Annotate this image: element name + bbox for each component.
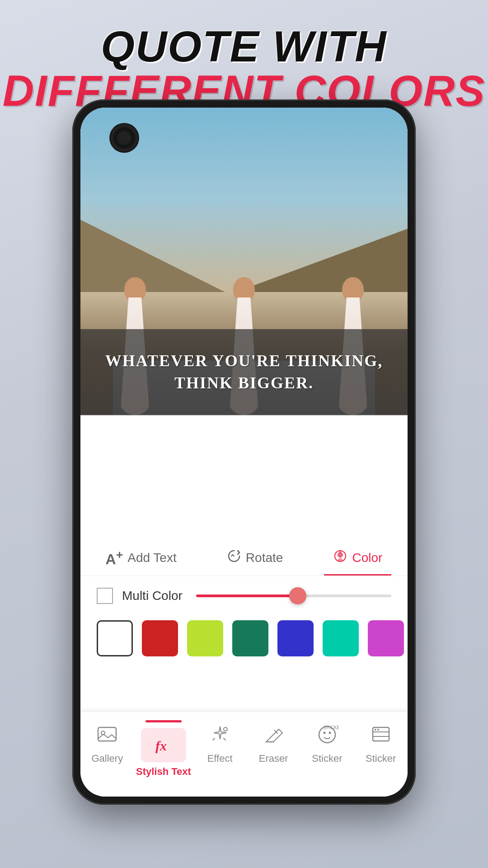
slider-thumb [289,587,306,604]
color-swatch-blue[interactable] [277,620,314,656]
sticker2-icon [366,720,395,749]
color-swatch-teal[interactable] [232,620,268,656]
color-icon [333,549,347,566]
nav-item-effect[interactable]: Effect [195,720,245,764]
nav-item-stylish-text[interactable]: fx Stylish Text [136,720,191,778]
tab-add-text[interactable]: A+ Add Text [97,540,186,576]
nav-item-sticker2[interactable]: Sticker [356,720,406,764]
tab-row: A+ Add Text Rotate [80,540,408,576]
phone-screen: WHATEVER YOU'RE THINKING, THINK BIGGER. … [80,108,408,797]
stylish-text-label: Stylish Text [136,766,191,778]
add-text-icon: A+ [106,548,123,568]
svg-point-4 [224,727,227,731]
eraser-label: Eraser [259,753,288,764]
svg-point-11 [377,729,379,731]
stylish-text-icon: fx [149,731,178,760]
active-indicator [145,720,182,722]
eraser-icon [259,720,288,749]
tab-rotate[interactable]: Rotate [218,540,292,576]
camera-hole [111,125,137,151]
color-swatches [80,616,408,665]
gallery-icon [93,720,122,749]
rotate-icon [227,549,241,566]
svg-point-10 [375,729,376,731]
color-slider[interactable] [196,594,391,597]
header-line1: QUOTE WITH [0,25,488,68]
tab-color[interactable]: Color [324,540,391,576]
stylish-text-icon-bg: fx [141,728,186,762]
tab-rotate-label: Rotate [246,551,283,565]
tab-add-text-label: Add Text [127,551,176,565]
multi-color-row: Multi Color [80,576,408,616]
multi-color-label: Multi Color [122,589,183,603]
photo-background: WHATEVER YOU'RE THINKING, THINK BIGGER. [80,108,408,415]
quote-text: WHATEVER YOU'RE THINKING, THINK BIGGER. [105,350,383,394]
svg-point-7 [328,732,331,734]
effect-label: Effect [207,753,233,764]
toolbar-area: A+ Add Text Rotate [80,540,408,712]
color-swatch-lime[interactable] [187,620,223,656]
divider [80,415,408,416]
nav-item-sticker1[interactable]: STICKER Sticker [302,720,352,764]
svg-text:fx: fx [155,738,167,753]
nav-item-gallery[interactable]: Gallery [82,720,132,764]
phone-frame: WHATEVER YOU'RE THINKING, THINK BIGGER. … [72,99,416,805]
svg-rect-1 [98,727,116,741]
svg-point-6 [323,732,325,734]
color-swatch-magenta[interactable] [368,620,404,656]
sticker1-icon: STICKER [313,720,342,749]
quote-overlay: WHATEVER YOU'RE THINKING, THINK BIGGER. [80,329,408,415]
bottom-nav: Gallery fx Stylish Text [80,712,408,797]
color-swatch-white[interactable] [97,620,133,656]
color-swatch-cyan[interactable] [323,620,359,656]
effect-icon [206,720,235,749]
sticker2-label: Sticker [366,753,396,764]
nav-item-eraser[interactable]: Eraser [249,720,298,764]
svg-text:STICKER: STICKER [324,725,339,730]
sticker1-label: Sticker [312,753,342,764]
multi-color-checkbox[interactable] [97,588,113,604]
color-swatch-red[interactable] [142,620,178,656]
gallery-label: Gallery [92,753,123,764]
tab-color-label: Color [352,551,382,565]
photo-area: WHATEVER YOU'RE THINKING, THINK BIGGER. [80,108,408,415]
